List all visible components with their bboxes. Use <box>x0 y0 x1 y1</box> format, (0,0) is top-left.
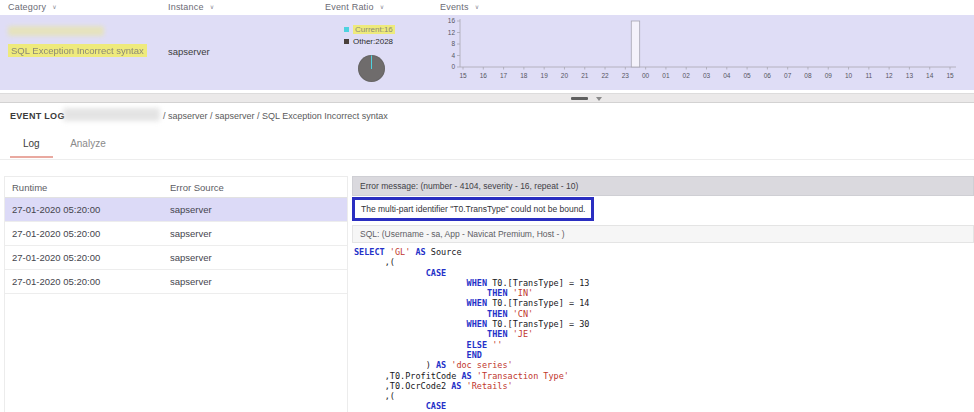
svg-text:21: 21 <box>581 72 589 79</box>
error-source-cell: sapserver <box>170 276 347 287</box>
log-table: Runtime Error Source 27-01-2020 05:20:00… <box>4 176 348 412</box>
svg-text:09: 09 <box>825 72 833 79</box>
events-bar-chart: 0481216151617181920212223000102030405060… <box>440 17 968 87</box>
svg-text:11: 11 <box>865 72 872 79</box>
error-source-cell: sapserver <box>170 228 347 239</box>
sql-line: ,( <box>354 391 974 401</box>
legend-item: Other:2028 <box>344 37 395 46</box>
tab-bar: Log Analyze <box>0 129 974 160</box>
svg-text:02: 02 <box>683 72 691 79</box>
event-count-bar <box>631 21 639 67</box>
sql-line: ,T0.OcrCode2 AS 'Retails' <box>354 381 974 391</box>
splitter-handle-icon[interactable] <box>571 97 588 100</box>
svg-text:14: 14 <box>926 72 934 79</box>
legend-item: Current:16 <box>344 25 395 34</box>
error-source-cell: sapserver <box>170 252 347 263</box>
ratio-legend: Current:16Other:2028 <box>344 25 395 46</box>
sql-line: ) AS 'doc series' <box>354 360 974 370</box>
column-header-label: Events <box>440 2 469 12</box>
sql-line: WHEN T0.[TransType] = 13 <box>354 278 974 288</box>
sql-line: ,T0.ProfitCode AS 'Transaction Type' <box>354 371 974 381</box>
sql-line: WHEN T0.[TransType] = 14 <box>354 298 974 308</box>
table-row[interactable]: 27-01-2020 05:20:00sapserver <box>5 270 347 294</box>
svg-text:4: 4 <box>451 52 455 59</box>
sql-line: ELSE '' <box>354 340 974 350</box>
column-header-event-ratio[interactable]: Event Ratio∨ <box>325 2 384 12</box>
column-header-instance[interactable]: Instance∨ <box>168 2 214 12</box>
svg-text:22: 22 <box>601 72 609 79</box>
redacted-text <box>8 26 104 36</box>
legend-swatch-icon <box>344 39 349 44</box>
svg-text:20: 20 <box>561 72 569 79</box>
sql-line: THEN 'JE' <box>354 329 974 339</box>
error-message-header: Error message: (number - 4104, severity … <box>352 176 974 196</box>
sql-line: THEN 'IN' <box>354 288 974 298</box>
svg-text:06: 06 <box>764 72 772 79</box>
table-row[interactable]: 27-01-2020 05:20:00sapserver <box>5 222 347 246</box>
sql-code: SELECT 'GL' AS Source ,( CASE WHEN T0.[T… <box>352 243 974 412</box>
svg-text:15: 15 <box>946 72 954 79</box>
legend-label: Current:16 <box>353 25 395 34</box>
svg-text:17: 17 <box>500 72 508 79</box>
svg-text:18: 18 <box>520 72 528 79</box>
svg-text:0: 0 <box>451 63 455 70</box>
svg-text:10: 10 <box>845 72 853 79</box>
svg-text:00: 00 <box>642 72 650 79</box>
column-header-events[interactable]: Events∨ <box>440 2 479 12</box>
events-chart-container: 0481216151617181920212223000102030405060… <box>440 17 968 87</box>
event-log-title: EVENT LOG <box>10 111 65 121</box>
column-header-category[interactable]: Category∨ <box>8 2 57 12</box>
column-header-error-source[interactable]: Error Source <box>170 182 347 193</box>
table-row[interactable]: 27-01-2020 05:20:00sapserver <box>5 246 347 270</box>
summary-category: SQL Exception Incorrect syntax <box>8 44 147 57</box>
legend-label: Other:2028 <box>353 37 393 46</box>
chevron-down-icon: ∨ <box>380 4 385 10</box>
svg-text:16: 16 <box>448 17 456 24</box>
chevron-down-icon: ∨ <box>475 4 480 10</box>
tab-analyze[interactable]: Analyze <box>57 129 119 158</box>
summary-instance: sapserver <box>168 46 210 57</box>
svg-text:07: 07 <box>784 72 792 79</box>
panel-splitter[interactable] <box>0 93 974 103</box>
svg-text:12: 12 <box>886 72 894 79</box>
svg-text:16: 16 <box>480 72 488 79</box>
svg-text:04: 04 <box>723 72 731 79</box>
svg-text:19: 19 <box>541 72 549 79</box>
column-header-label: Category <box>8 2 46 12</box>
table-row[interactable]: 27-01-2020 05:20:00sapserver <box>5 198 347 222</box>
column-header-label: Event Ratio <box>325 2 374 12</box>
error-message-row: The multi-part identifier "T0.TransType"… <box>352 196 974 224</box>
svg-text:23: 23 <box>622 72 630 79</box>
sql-line: WHEN T0.[TransType] = 30 <box>354 319 974 329</box>
legend-swatch-icon <box>344 27 349 32</box>
runtime-cell: 27-01-2020 05:20:00 <box>5 276 170 287</box>
event-log-header: EVENT LOG / sapserver / sapserver / SQL … <box>0 104 974 129</box>
column-header-label: Instance <box>168 2 204 12</box>
tab-log[interactable]: Log <box>10 129 53 158</box>
svg-text:8: 8 <box>451 40 455 47</box>
chevron-down-icon[interactable] <box>596 97 602 101</box>
svg-text:13: 13 <box>906 72 914 79</box>
sql-line: ,( <box>354 257 974 267</box>
error-message-box: The multi-part identifier "T0.TransType"… <box>352 197 594 221</box>
grid-column-headers: Category∨ Instance∨ Event Ratio∨ Events∨ <box>0 0 974 15</box>
svg-text:05: 05 <box>743 72 751 79</box>
svg-text:12: 12 <box>448 29 456 36</box>
runtime-cell: 27-01-2020 05:20:00 <box>5 252 170 263</box>
svg-text:03: 03 <box>703 72 711 79</box>
column-header-runtime[interactable]: Runtime <box>5 182 170 193</box>
log-table-header: Runtime Error Source <box>5 177 347 198</box>
sql-line: END <box>354 350 974 360</box>
chevron-down-icon: ∨ <box>52 4 57 10</box>
svg-text:15: 15 <box>459 72 467 79</box>
event-summary-row[interactable]: SQL Exception Incorrect syntax sapserver… <box>0 15 974 90</box>
breadcrumb[interactable]: / sapserver / sapserver / SQL Exception … <box>163 111 388 121</box>
runtime-cell: 27-01-2020 05:20:00 <box>5 204 170 215</box>
sql-line: CASE <box>354 268 974 278</box>
error-source-cell: sapserver <box>170 204 347 215</box>
svg-text:01: 01 <box>662 72 670 79</box>
event-detail-panel: Error message: (number - 4104, severity … <box>352 176 974 412</box>
sql-line: THEN 'CN' <box>354 309 974 319</box>
ratio-pie-chart <box>358 55 385 82</box>
sql-line: SELECT 'GL' AS Source <box>354 247 974 257</box>
